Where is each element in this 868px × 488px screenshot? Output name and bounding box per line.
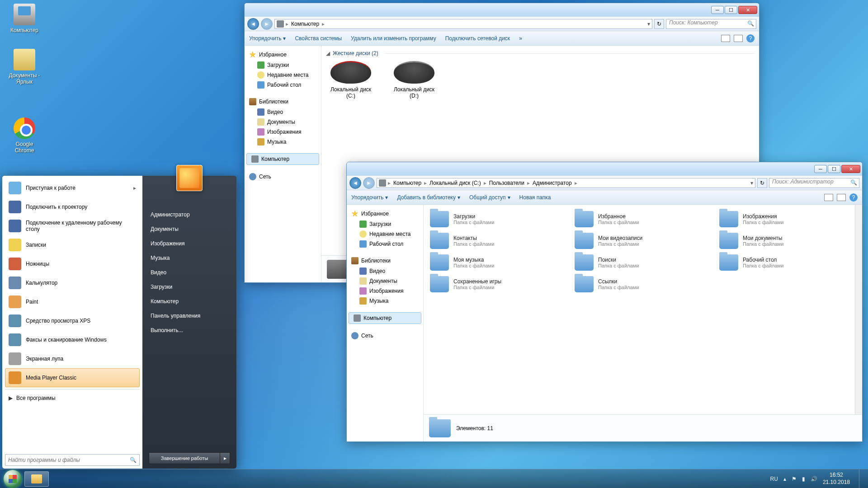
start-search[interactable]: 🔍: [5, 454, 140, 466]
sidebar-desktop[interactable]: Рабочий стол: [347, 239, 423, 249]
start-right-link[interactable]: Компьютер: [149, 294, 230, 309]
desktop-icon-documents[interactable]: Документы - Ярлык: [7, 49, 42, 85]
sidebar-libraries[interactable]: Библиотеки: [245, 96, 321, 107]
start-right-link[interactable]: Загрузки: [149, 280, 230, 294]
start-program[interactable]: Средство просмотра XPS: [5, 311, 140, 330]
maximize-button[interactable]: ☐: [725, 6, 737, 14]
sidebar-images[interactable]: Изображения: [245, 127, 321, 137]
nav-back-button[interactable]: ◄: [349, 177, 361, 189]
folder-item[interactable]: ИзбранноеПапка с файлами: [573, 209, 699, 229]
preview-pane-button[interactable]: [734, 35, 743, 42]
network-icon[interactable]: ▮: [802, 476, 805, 482]
start-program[interactable]: Ножницы: [5, 254, 140, 273]
address-bar[interactable]: ▸ Компьютер▸ Локальный диск (C:)▸ Пользо…: [377, 178, 755, 188]
desktop-icon-chrome[interactable]: Google Chrome: [7, 117, 42, 154]
sidebar-video[interactable]: Видео: [245, 107, 321, 117]
start-right-link[interactable]: Музыка: [149, 251, 230, 265]
sidebar-recent[interactable]: Недавние места: [245, 70, 321, 80]
desktop-icon-computer[interactable]: Компьютер: [7, 4, 42, 33]
folder-item[interactable]: КонтактыПапка с файлами: [428, 231, 555, 251]
folder-item[interactable]: ПоискиПапка с файлами: [573, 253, 699, 272]
maximize-button[interactable]: ☐: [828, 165, 840, 173]
folder-item[interactable]: Мои документыПапка с файлами: [717, 231, 844, 251]
start-right-link[interactable]: Администратор: [149, 207, 230, 222]
nav-forward-button[interactable]: ►: [363, 177, 375, 189]
sidebar-desktop[interactable]: Рабочий стол: [245, 80, 321, 90]
close-button[interactable]: ✕: [738, 6, 757, 14]
address-bar[interactable]: ▸ Компьютер ▸ ▾: [274, 19, 652, 29]
sidebar-computer[interactable]: Компьютер: [246, 153, 319, 165]
sidebar-downloads[interactable]: Загрузки: [347, 219, 423, 229]
sidebar-network[interactable]: Сеть: [347, 330, 423, 341]
folder-item[interactable]: СсылкиПапка с файлами: [573, 274, 699, 294]
add-library-button[interactable]: Добавить в библиотеку ▾: [397, 194, 460, 201]
sidebar-music[interactable]: Музыка: [347, 296, 423, 306]
nav-forward-button[interactable]: ►: [261, 18, 273, 30]
addr-dropdown[interactable]: ▾: [647, 21, 650, 27]
drive-d[interactable]: Локальный диск (D:): [389, 61, 439, 99]
start-right-link[interactable]: Выполнить...: [149, 323, 230, 338]
folder-item[interactable]: Мои видеозаписиПапка с файлами: [573, 231, 699, 251]
minimize-button[interactable]: ─: [711, 6, 724, 14]
refresh-button[interactable]: ↻: [654, 19, 664, 29]
shutdown-options[interactable]: ▸: [220, 452, 230, 464]
sidebar-network[interactable]: Сеть: [245, 171, 321, 182]
sidebar-favorites[interactable]: Избранное: [245, 49, 321, 60]
sidebar-documents[interactable]: Документы: [245, 117, 321, 127]
organize-button[interactable]: Упорядочить ▾: [351, 194, 388, 201]
shutdown-button[interactable]: Завершение работы: [149, 452, 220, 464]
start-right-link[interactable]: Документы: [149, 222, 230, 236]
sidebar-computer[interactable]: Компьютер: [349, 312, 421, 324]
sidebar-video[interactable]: Видео: [347, 266, 423, 276]
new-folder-button[interactable]: Новая папка: [519, 194, 551, 201]
start-program[interactable]: Paint: [5, 292, 140, 311]
addr-dropdown[interactable]: ▾: [750, 180, 753, 186]
sidebar-music[interactable]: Музыка: [245, 137, 321, 147]
folder-item[interactable]: ИзображенияПапка с файлами: [717, 209, 844, 229]
system-props-button[interactable]: Свойства системы: [295, 35, 342, 42]
start-program[interactable]: Приступая к работе▸: [5, 178, 140, 197]
start-right-link[interactable]: Видео: [149, 265, 230, 280]
drive-c[interactable]: Локальный диск (C:): [326, 61, 376, 99]
search-input[interactable]: Поиск: Администратор🔍: [769, 178, 859, 188]
toolbar-more[interactable]: »: [519, 35, 522, 42]
nav-back-button[interactable]: ◄: [247, 18, 259, 30]
start-right-link[interactable]: Изображения: [149, 236, 230, 251]
start-program[interactable]: Media Player Classic: [5, 368, 140, 387]
titlebar[interactable]: ─ ☐ ✕: [347, 162, 862, 176]
start-program[interactable]: Калькулятор: [5, 273, 140, 292]
map-drive-button[interactable]: Подключить сетевой диск: [445, 35, 510, 42]
folder-item[interactable]: Сохраненные игрыПапка с файлами: [428, 274, 555, 294]
show-hidden-icons[interactable]: ▴: [783, 476, 786, 482]
refresh-button[interactable]: ↻: [757, 178, 767, 188]
clock[interactable]: 16:52 21.10.2018: [823, 472, 850, 486]
start-program[interactable]: Факсы и сканирование Windows: [5, 330, 140, 349]
search-input[interactable]: Поиск: Компьютер🔍: [666, 19, 756, 29]
organize-button[interactable]: Упорядочить ▾: [249, 35, 286, 42]
breadcrumb[interactable]: Пользователи: [488, 180, 525, 186]
start-program[interactable]: Записки: [5, 235, 140, 254]
start-program[interactable]: Подключение к удаленному рабочему столу: [5, 216, 140, 235]
view-button[interactable]: [721, 35, 730, 42]
sidebar-images[interactable]: Изображения: [347, 286, 423, 296]
scrollbar[interactable]: [855, 205, 862, 441]
start-program[interactable]: Подключить к проектору: [5, 197, 140, 216]
taskbar-explorer[interactable]: [24, 471, 49, 487]
breadcrumb[interactable]: Локальный диск (C:): [429, 180, 482, 186]
section-header[interactable]: ◢Жесткие диски (2): [326, 50, 755, 56]
breadcrumb[interactable]: Компьютер: [392, 180, 422, 186]
share-button[interactable]: Общий доступ ▾: [469, 194, 510, 201]
uninstall-button[interactable]: Удалить или изменить программу: [351, 35, 436, 42]
sidebar-favorites[interactable]: Избранное: [347, 208, 423, 219]
sidebar-recent[interactable]: Недавние места: [347, 229, 423, 239]
view-button[interactable]: [824, 194, 833, 201]
help-button[interactable]: ?: [849, 193, 858, 202]
user-avatar[interactable]: [176, 165, 203, 191]
minimize-button[interactable]: ─: [814, 165, 827, 173]
folder-item[interactable]: Моя музыкаПапка с файлами: [428, 253, 555, 272]
folder-item[interactable]: Рабочий столПапка с файлами: [717, 253, 844, 272]
breadcrumb[interactable]: Компьютер: [290, 21, 320, 27]
start-program[interactable]: Экранная лупа: [5, 349, 140, 368]
language-indicator[interactable]: RU: [770, 476, 778, 482]
start-right-link[interactable]: Панель управления: [149, 309, 230, 323]
